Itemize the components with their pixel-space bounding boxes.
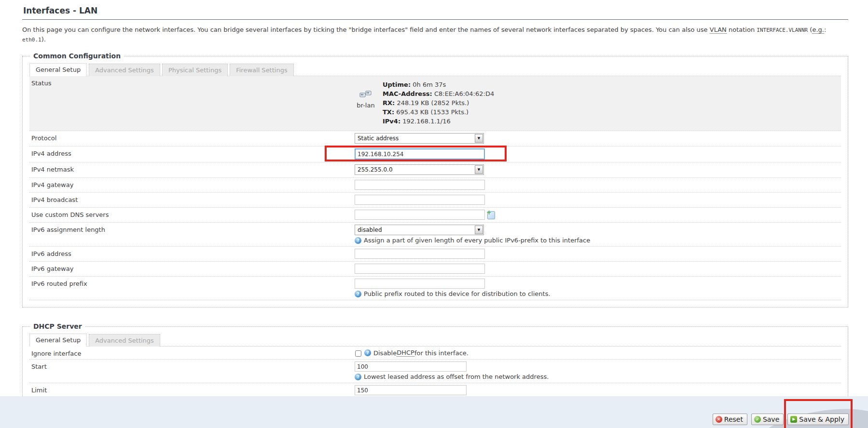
ipv6-gateway-input[interactable] [355, 264, 485, 274]
dhcp-tab-general-setup[interactable]: General Setup [29, 334, 87, 347]
add-dns-icon[interactable]: + [487, 211, 495, 219]
dhcp-start-help: ? Lowest leased address as offset from t… [355, 373, 841, 380]
ignore-interface-label: Ignore interface [29, 348, 355, 357]
ipv4-label: IPv4: [383, 118, 400, 125]
ipv6-address-label: IPv6 address [29, 248, 355, 257]
ipv6-assignment-help-text: Assign a part of given length of every p… [364, 237, 590, 244]
ignore-interface-checkbox[interactable] [355, 350, 361, 357]
mac-line: MAC-Address: C8:EE:A6:04:62:D4 [383, 89, 494, 98]
ipv6-prefix-help: ? Public prefix routed to this device fo… [355, 290, 841, 297]
uptime-line: Uptime: 0h 6m 37s [383, 80, 494, 89]
chevron-down-icon[interactable]: ▼ [475, 134, 483, 143]
dhcp-tab-advanced-settings[interactable]: Advanced Settings [89, 334, 160, 347]
ipv4-address-label: IPv4 address [29, 147, 355, 157]
interface-block: br-lan [355, 80, 377, 126]
eg-abbr: e.g. [812, 26, 824, 34]
save-apply-button-label: Save & Apply [799, 415, 844, 423]
ipv4-broadcast-label: IPv4 broadcast [29, 194, 355, 203]
bottom-strip: Powered by LuCI © 2015 ✕ Reset ✓ Save ▶ … [0, 396, 868, 428]
common-configuration-section: Common Configuration General Setup Advan… [22, 52, 848, 308]
dhcp-abbr: DHCP [397, 349, 414, 357]
description-text-5: ). [41, 36, 46, 43]
dhcp-limit-input[interactable] [355, 385, 467, 395]
tab-advanced-settings[interactable]: Advanced Settings [89, 64, 160, 76]
ipv4-gateway-row: IPv4 gateway [29, 178, 841, 193]
interfaces-lan-page: Interfaces - LAN On this page you can co… [0, 0, 868, 428]
ipv4-netmask-selected-value: 255.255.0.0 [358, 166, 393, 173]
ipv6-address-row: IPv6 address [29, 247, 841, 262]
ipv4-gateway-input[interactable] [355, 180, 485, 190]
description-text-2: notation [727, 26, 757, 33]
ipv6-prefix-label: IPv6 routed prefix [29, 278, 355, 287]
mac-label: MAC-Address: [383, 90, 432, 97]
protocol-row: Protocol Static address ▼ [29, 131, 841, 147]
help-icon: ? [364, 349, 371, 356]
dhcp-start-input[interactable] [355, 361, 467, 372]
mac-value: C8:EE:A6:04:62:D4 [434, 90, 494, 97]
protocol-selected-value: Static address [358, 135, 399, 142]
ipv6-assignment-select[interactable]: disabled ▼ [355, 225, 484, 235]
ipv6-prefix-help-text: Public prefix routed to this device for … [364, 290, 551, 297]
common-tabbar: General Setup Advanced Settings Physical… [29, 63, 841, 76]
save-apply-button[interactable]: ▶ Save & Apply [787, 414, 849, 425]
ignore-help-post: for this interface. [414, 349, 468, 357]
dhcp-start-row: Start ? Lowest leased address as offset … [29, 360, 841, 383]
reset-icon: ✕ [716, 416, 722, 423]
uptime-label: Uptime: [383, 81, 411, 88]
dhcp-server-legend: DHCP Server [30, 322, 85, 330]
reset-button[interactable]: ✕ Reset [713, 414, 747, 425]
tab-firewall-settings[interactable]: Firewall Settings [230, 64, 293, 76]
custom-dns-label: Use custom DNS servers [29, 209, 355, 218]
save-button[interactable]: ✓ Save [751, 414, 784, 425]
page-description: On this page you can configure the netwo… [22, 25, 848, 44]
custom-dns-row: Use custom DNS servers + [29, 208, 841, 223]
help-icon: ? [355, 374, 361, 380]
ipv4-broadcast-input[interactable] [355, 195, 485, 205]
ipv4-netmask-row: IPv4 netmask 255.255.0.0 ▼ [29, 162, 841, 178]
status-row: Status br-lan Upti [29, 76, 841, 131]
help-icon: ? [355, 291, 361, 297]
custom-dns-input[interactable] [355, 210, 485, 220]
ipv6-gateway-label: IPv6 gateway [29, 263, 355, 272]
ignore-interface-row: Ignore interface ? Disable DHCP for this… [29, 347, 841, 360]
status-info: Uptime: 0h 6m 37s MAC-Address: C8:EE:A6:… [383, 80, 494, 126]
ipv4-netmask-label: IPv4 netmask [29, 163, 355, 173]
description-text-1: On this page you can configure the netwo… [22, 26, 710, 33]
action-buttons: ✕ Reset ✓ Save ▶ Save & Apply [713, 413, 849, 425]
common-configuration-legend: Common Configuration [30, 52, 124, 60]
dhcp-tabbar: General Setup Advanced Settings [29, 333, 841, 347]
ipv6-assignment-row: IPv6 assignment length disabled ▼ ? Assi… [29, 223, 841, 247]
tab-physical-settings[interactable]: Physical Settings [162, 64, 228, 76]
main-content: Interfaces - LAN On this page you can co… [0, 0, 868, 428]
status-field: br-lan Uptime: 0h 6m 37s MAC-Address: C8… [355, 77, 841, 130]
tab-general-setup[interactable]: General Setup [29, 63, 87, 76]
description-text-4: : [824, 26, 826, 33]
rx-label: RX: [383, 99, 395, 107]
help-icon: ? [355, 237, 361, 244]
ipv4-address-input[interactable] [355, 148, 485, 160]
ipv6-prefix-input[interactable] [355, 279, 485, 289]
chevron-down-icon[interactable]: ▼ [475, 165, 483, 174]
protocol-select[interactable]: Static address ▼ [355, 133, 484, 144]
ipv6-assignment-help: ? Assign a part of given length of every… [355, 237, 841, 244]
ipv4-netmask-select[interactable]: 255.255.0.0 ▼ [355, 164, 484, 175]
rx-value: 248.19 KB (2852 Pkts.) [397, 99, 469, 107]
ipv4-gateway-label: IPv4 gateway [29, 179, 355, 188]
eth-code: eth0.1 [22, 37, 41, 43]
ignore-help-pre: Disable [373, 349, 397, 357]
protocol-label: Protocol [29, 132, 355, 142]
bridge-icon [359, 91, 372, 99]
vlan-abbr: VLAN [710, 26, 727, 34]
interface-vlannr-code: INTERFACE.VLANNR [757, 27, 808, 33]
status-label: Status [29, 77, 355, 87]
chevron-down-icon[interactable]: ▼ [475, 226, 483, 234]
save-button-label: Save [763, 415, 779, 423]
ipv4-value: 192.168.1.1/16 [402, 118, 451, 125]
ipv6-prefix-row: IPv6 routed prefix ? Public prefix route… [29, 277, 841, 300]
interface-name: br-lan [355, 102, 377, 109]
ipv4-line: IPv4: 192.168.1.1/16 [383, 117, 494, 126]
tx-value: 695.43 KB (1533 Pkts.) [396, 108, 468, 116]
ipv4-broadcast-row: IPv4 broadcast [29, 193, 841, 208]
ipv6-address-input[interactable] [355, 249, 485, 259]
dhcp-limit-label: Limit [29, 384, 355, 394]
